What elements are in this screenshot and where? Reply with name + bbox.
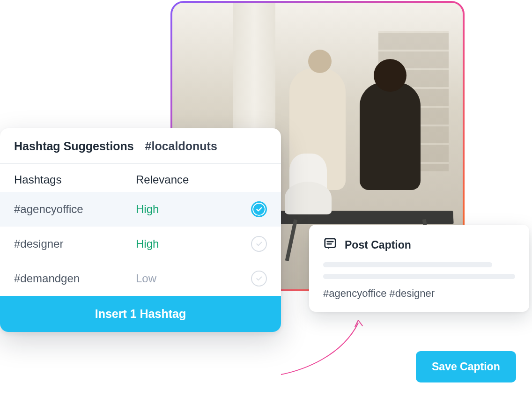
hashtag-sample-tag: #localdonuts	[145, 140, 217, 153]
hashtag-panel-header: Hashtag Suggestions #localdonuts	[0, 128, 281, 164]
hashtag-name: #agencyoffice	[14, 203, 136, 216]
hashtag-relevance: High	[136, 203, 251, 216]
caption-hashtags-text: #agencyoffice #designer	[323, 287, 515, 300]
caption-placeholder-line	[323, 274, 515, 279]
caption-icon	[323, 237, 337, 253]
checkmark-circle-icon[interactable]	[251, 236, 267, 252]
hashtag-name: #demandgen	[14, 272, 136, 285]
column-hashtags-label: Hashtags	[14, 173, 136, 186]
save-caption-button[interactable]: Save Caption	[416, 351, 516, 382]
hashtag-suggestions-panel: Hashtag Suggestions #localdonuts Hashtag…	[0, 128, 281, 332]
hashtag-row-designer[interactable]: #designer High	[0, 227, 281, 261]
hashtag-relevance: Low	[136, 272, 251, 285]
insert-hashtag-button[interactable]: Insert 1 Hashtag	[0, 296, 281, 332]
caption-header: Post Caption	[323, 237, 515, 253]
hashtag-panel-title: Hashtag Suggestions	[14, 140, 134, 153]
hashtag-name: #designer	[14, 237, 136, 250]
hashtag-row-agencyoffice[interactable]: #agencyoffice High	[0, 192, 281, 227]
hashtag-columns-header: Hashtags Relevance	[0, 164, 281, 192]
caption-placeholder-line	[323, 262, 492, 267]
hashtag-row-demandgen[interactable]: #demandgen Low	[0, 261, 281, 296]
checkmark-circle-icon[interactable]	[251, 271, 267, 287]
hashtag-relevance: High	[136, 237, 251, 250]
post-caption-card: Post Caption #agencyoffice #designer	[309, 225, 529, 312]
arrow-connector	[276, 318, 370, 379]
svg-rect-0	[325, 239, 336, 248]
checkmark-circle-icon[interactable]	[251, 201, 267, 217]
caption-title: Post Caption	[345, 239, 411, 251]
column-relevance-label: Relevance	[136, 173, 189, 186]
